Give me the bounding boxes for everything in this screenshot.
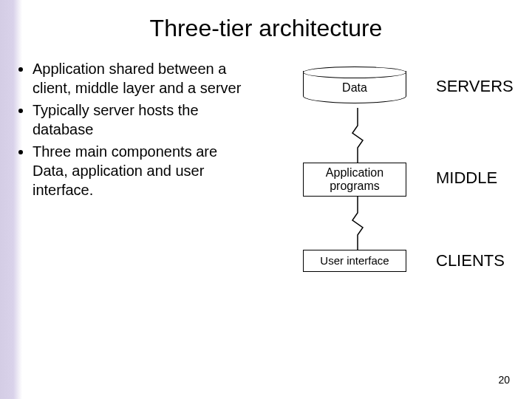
tier-label-clients: CLIENTS bbox=[436, 251, 505, 270]
data-cylinder: Data bbox=[303, 66, 406, 108]
user-interface-label: User interface bbox=[320, 254, 389, 267]
page-number: 20 bbox=[498, 374, 510, 386]
list-item: Application shared between a client, mid… bbox=[33, 59, 251, 98]
connector-zigzag-icon bbox=[351, 197, 364, 250]
connector-zigzag-icon bbox=[351, 108, 364, 163]
architecture-diagram: Data Application programs User interface… bbox=[281, 59, 532, 296]
list-item: Three main components are Data, applicat… bbox=[33, 142, 251, 200]
application-box: Application programs bbox=[303, 163, 406, 197]
list-item: Typically server hosts the database bbox=[33, 100, 251, 139]
user-interface-box: User interface bbox=[303, 250, 406, 272]
tier-label-middle: MIDDLE bbox=[436, 168, 497, 188]
bullet-list: Application shared between a client, mid… bbox=[15, 59, 251, 202]
tier-label-servers: SERVERS bbox=[436, 77, 514, 96]
data-label: Data bbox=[303, 81, 406, 95]
application-label: Application programs bbox=[326, 166, 383, 194]
slide-title: Three-tier architecture bbox=[0, 15, 532, 42]
